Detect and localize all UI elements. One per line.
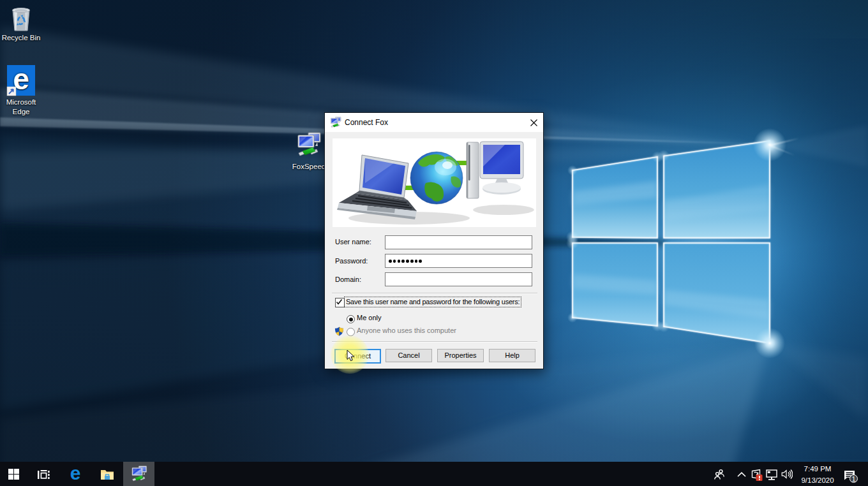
svg-text:1: 1 [851,475,855,483]
svg-text:e: e [70,462,81,483]
